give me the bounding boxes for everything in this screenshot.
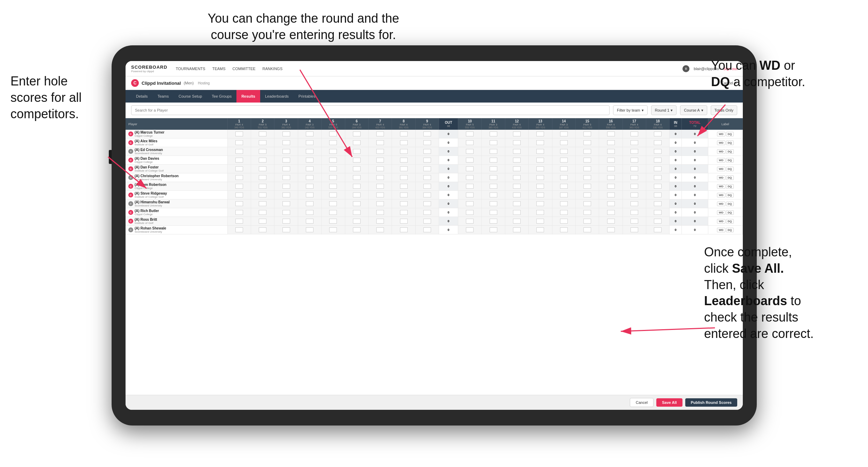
score-input[interactable] (306, 193, 314, 197)
wd-button[interactable]: WD (717, 158, 725, 163)
hole-8-score[interactable] (392, 191, 415, 199)
wd-button[interactable]: WD (717, 193, 725, 197)
hole-7-score[interactable] (368, 199, 392, 208)
hole-14-score[interactable] (552, 182, 575, 191)
filter-by-team-btn[interactable]: Filter by team ▾ (613, 105, 648, 115)
score-input[interactable] (536, 184, 544, 189)
hole-12-score[interactable] (505, 173, 528, 182)
hole-13-score[interactable] (529, 182, 552, 191)
score-input[interactable] (631, 210, 638, 215)
hole-15-score[interactable] (575, 199, 599, 208)
hole-13-score[interactable] (529, 156, 552, 165)
hole-4-score[interactable] (298, 165, 321, 173)
score-input[interactable] (560, 227, 568, 232)
hole-1-score[interactable] (227, 217, 251, 226)
hole-3-score[interactable] (274, 182, 298, 191)
hole-7-score[interactable] (368, 217, 392, 226)
save-all-button[interactable]: Save All (656, 398, 682, 407)
score-input[interactable] (423, 158, 431, 163)
wd-button[interactable]: WD (717, 149, 725, 154)
wd-button[interactable]: WD (717, 167, 725, 171)
score-input[interactable] (536, 201, 544, 206)
hole-3-score[interactable] (274, 147, 298, 156)
dq-button[interactable]: DQ (726, 149, 734, 154)
hole-14-score[interactable] (552, 226, 575, 234)
score-input[interactable] (654, 175, 662, 180)
tab-leaderboards[interactable]: Leaderboards (260, 90, 294, 103)
hole-6-score[interactable] (345, 173, 368, 182)
score-input[interactable] (583, 219, 591, 224)
hole-13-score[interactable] (529, 138, 552, 147)
hole-6-score[interactable] (345, 182, 368, 191)
score-input[interactable] (607, 210, 615, 215)
score-input[interactable] (400, 219, 408, 224)
score-input[interactable] (513, 166, 521, 171)
wd-button[interactable]: WD (717, 175, 725, 180)
score-input[interactable] (376, 166, 384, 171)
hole-9-score[interactable] (415, 217, 439, 226)
hole-4-score[interactable] (298, 217, 321, 226)
hole-9-score[interactable] (415, 138, 439, 147)
hole-2-score[interactable] (251, 191, 274, 199)
hole-1-score[interactable] (227, 173, 251, 182)
score-input[interactable] (376, 193, 384, 197)
hole-5-score[interactable] (322, 226, 345, 234)
score-input[interactable] (329, 193, 337, 197)
hole-17-score[interactable] (622, 208, 646, 217)
hole-9-score[interactable] (415, 199, 439, 208)
hole-1-score[interactable] (227, 191, 251, 199)
score-input[interactable] (560, 166, 568, 171)
nav-teams[interactable]: TEAMS (212, 67, 226, 71)
hole-17-score[interactable] (622, 147, 646, 156)
score-input[interactable] (235, 193, 243, 197)
score-input[interactable] (282, 158, 290, 163)
score-input[interactable] (583, 210, 591, 215)
score-input[interactable] (376, 219, 384, 224)
hole-5-score[interactable] (322, 182, 345, 191)
score-input[interactable] (353, 140, 361, 145)
hole-18-score[interactable] (646, 156, 670, 165)
wd-button[interactable]: WD (717, 210, 725, 215)
score-input[interactable] (376, 210, 384, 215)
hole-14-score[interactable] (552, 130, 575, 138)
score-input[interactable] (376, 227, 384, 232)
hole-11-score[interactable] (482, 138, 505, 147)
hole-7-score[interactable] (368, 147, 392, 156)
hole-5-score[interactable] (322, 130, 345, 138)
hole-6-score[interactable] (345, 156, 368, 165)
wd-button[interactable]: WD (717, 228, 725, 232)
hole-3-score[interactable] (274, 138, 298, 147)
score-input[interactable] (353, 193, 361, 197)
score-input[interactable] (423, 210, 431, 215)
hole-10-score[interactable] (458, 208, 482, 217)
score-input[interactable] (306, 219, 314, 224)
hole-3-score[interactable] (274, 191, 298, 199)
hole-2-score[interactable] (251, 130, 274, 138)
hole-18-score[interactable] (646, 165, 670, 173)
score-input[interactable] (400, 227, 408, 232)
score-input[interactable] (353, 149, 361, 154)
hole-16-score[interactable] (599, 173, 622, 182)
score-input[interactable] (607, 219, 615, 224)
hole-17-score[interactable] (622, 156, 646, 165)
hole-1-score[interactable] (227, 182, 251, 191)
score-input[interactable] (654, 149, 662, 154)
score-input[interactable] (560, 210, 568, 215)
hole-1-score[interactable] (227, 147, 251, 156)
score-input[interactable] (513, 219, 521, 224)
score-input[interactable] (376, 158, 384, 163)
hole-8-score[interactable] (392, 138, 415, 147)
hole-16-score[interactable] (599, 182, 622, 191)
score-input[interactable] (631, 149, 638, 154)
score-input[interactable] (466, 184, 474, 189)
score-input[interactable] (259, 175, 266, 180)
hole-10-score[interactable] (458, 147, 482, 156)
score-input[interactable] (376, 175, 384, 180)
totals-only-btn[interactable]: Totals Only (711, 105, 737, 115)
score-input[interactable] (631, 201, 638, 206)
score-input[interactable] (423, 227, 431, 232)
hole-2-score[interactable] (251, 138, 274, 147)
score-input[interactable] (235, 158, 243, 163)
score-input[interactable] (654, 158, 662, 163)
wd-button[interactable]: WD (717, 141, 725, 145)
